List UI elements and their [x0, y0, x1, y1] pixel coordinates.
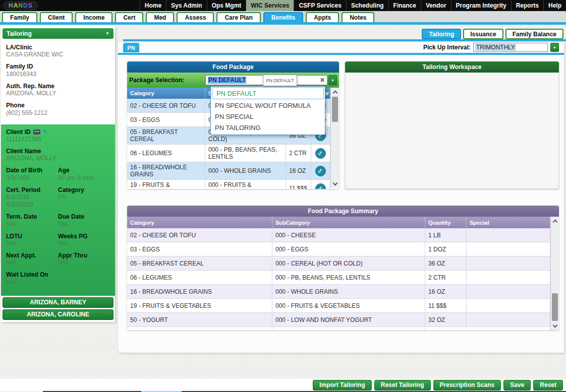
- scroll-up-icon[interactable]: [551, 217, 559, 225]
- tab-care-plan[interactable]: Care Plan: [216, 12, 260, 22]
- menu-item-reports[interactable]: Reports: [511, 0, 543, 11]
- pickup-interval-dropdown-button[interactable]: ▼: [550, 43, 559, 52]
- info-field-appr-thru: Appr ThruN/A: [58, 252, 110, 267]
- field-label: Cert. Period: [6, 186, 56, 193]
- menu-item-scheduling[interactable]: Scheduling: [346, 0, 388, 11]
- menu-item-program-integrity[interactable]: Program Integrity: [451, 0, 511, 11]
- chevron-down-icon: ▼: [105, 31, 109, 36]
- menu-item-finance[interactable]: Finance: [388, 0, 421, 11]
- clear-icon[interactable]: ✕: [320, 77, 325, 84]
- logo-letter: N: [18, 3, 23, 9]
- tab-cert[interactable]: Cert: [115, 12, 143, 22]
- family-member-button-arizona-caroline[interactable]: ARIZONA, CAROLINE: [3, 309, 114, 320]
- cell-special: [467, 242, 550, 256]
- tab-notes[interactable]: Notes: [342, 12, 374, 22]
- field-value: N/A: [6, 259, 56, 267]
- tab-assess[interactable]: Assess: [177, 12, 214, 22]
- cell-special: [467, 256, 550, 270]
- cell-special: [467, 285, 550, 298]
- field-label: Wait Listed On: [6, 271, 108, 278]
- food-package-scrollbar[interactable]: [330, 88, 339, 188]
- menu-item-sys-admin[interactable]: Sys Admin: [166, 0, 207, 11]
- menu-item-help[interactable]: Help: [543, 0, 566, 11]
- scroll-down-icon[interactable]: [331, 180, 339, 188]
- cell-category: 50 - YOGURT: [127, 313, 272, 326]
- scroll-down-icon[interactable]: [551, 322, 559, 330]
- view-button-issuance[interactable]: Issuance: [463, 29, 503, 39]
- cell-quantity: 1 LB: [425, 228, 467, 242]
- info-pair-row: Term. DateN/ADue DateN/A: [6, 213, 110, 228]
- footer-button-reset-tailoring[interactable]: Reset Tailoring: [374, 380, 431, 390]
- scrollbar-thumb[interactable]: [332, 97, 338, 122]
- menu-item-home[interactable]: Home: [140, 0, 166, 11]
- summary-scrollbar[interactable]: [550, 217, 559, 330]
- scrollbar-thumb[interactable]: [552, 293, 558, 321]
- client-category-tab[interactable]: PN: [123, 43, 139, 52]
- info-field-age: Age20 yrs, 5 mos: [58, 167, 110, 181]
- dropdown-option-pn-special[interactable]: PN SPECIAL: [211, 111, 325, 122]
- footer-button-import-tailoring[interactable]: Import Tailoring: [313, 380, 371, 390]
- tailor-button[interactable]: ✂: [315, 166, 326, 176]
- package-selection-dropdown-button[interactable]: ▼: [328, 75, 337, 85]
- cell-subcategory: 000 - LOW AND NONFAT YOGURT: [272, 313, 425, 326]
- scissors-icon: ✂: [317, 149, 325, 157]
- field-value: (602) 555-1212: [6, 109, 110, 117]
- menu-item-csfp-services[interactable]: CSFP Services: [294, 0, 346, 11]
- pickup-interval-value: TRIMONTHLY: [475, 44, 516, 51]
- sidebar-section-dropdown[interactable]: Tailoring ▼: [3, 28, 114, 39]
- cell-empty: [425, 327, 467, 330]
- cell-quantity: 1 DOZ: [425, 242, 467, 256]
- dropdown-option-pn-tailoring[interactable]: PN TAILORING: [211, 122, 325, 133]
- footer-button-prescription-scans[interactable]: Prescription Scans: [433, 380, 501, 390]
- food-package-summary-title: Food Package Summary: [127, 206, 559, 217]
- cell-category: 03 - EGGS: [127, 242, 272, 256]
- menu-item-ops-mgmt[interactable]: Ops Mgmt: [207, 0, 246, 11]
- logo-letter: H: [9, 3, 13, 9]
- pickup-interval-input[interactable]: TRIMONTHLY: [473, 43, 548, 52]
- info-pair-row: LDTUN/AWeeks PGN/A: [6, 233, 110, 247]
- scroll-up-icon[interactable]: [331, 88, 339, 96]
- family-member-button-arizona-barney[interactable]: ARIZONA, BARNEY: [3, 297, 114, 308]
- tailor-button[interactable]: ✂: [315, 183, 326, 189]
- client-name-value: ARIZONA, MOLLY: [6, 155, 110, 162]
- info-pair-row: Wait Listed OnN/A: [6, 271, 110, 286]
- info-field-auth-rep-name: Auth. Rep. NameARIZONA, MOLLY: [6, 83, 110, 97]
- menu-item-wic-services[interactable]: WIC Services: [246, 0, 294, 11]
- view-button-tailoring[interactable]: Tailoring: [422, 29, 461, 39]
- cell-category: 06 - LEGUMES: [127, 271, 272, 284]
- cell-category: 16 - BREAD/WHOLE GRAINS: [127, 162, 205, 179]
- tab-appts[interactable]: Appts: [306, 12, 339, 22]
- dropdown-option-pn-default[interactable]: PN DEFAULT: [212, 87, 324, 99]
- view-button-family-balance[interactable]: Family Balance: [505, 29, 563, 39]
- hands-logo: HANDS: [3, 1, 38, 10]
- field-label: LA/Clinic: [6, 44, 110, 51]
- sidebar-section-label: Tailoring: [7, 30, 32, 37]
- logo-letter: D: [23, 3, 28, 9]
- summary-row: 06 - LEGUMES000 - PB, BEANS, PEAS, LENTI…: [127, 271, 559, 285]
- field-value: N/A: [58, 221, 108, 228]
- cell-empty: [272, 327, 425, 330]
- info-field-category: CategoryPN: [58, 186, 110, 209]
- edit-pencil-icon[interactable]: ✎: [43, 129, 47, 135]
- cell-subcategory: 000 - WHOLE GRAINS: [272, 285, 425, 298]
- dropdown-option-pn-special-w-out-formula[interactable]: PN SPECIAL W/OUT FORMULA: [211, 100, 325, 111]
- footer-button-reset[interactable]: Reset: [533, 380, 563, 390]
- app-window: HANDS HomeSys AdminOps MgmtWIC ServicesC…: [0, 0, 566, 392]
- tab-family[interactable]: Family: [2, 12, 37, 22]
- cell-quantity: 2 CTR: [286, 145, 311, 162]
- tab-benefits[interactable]: Benefits: [263, 12, 303, 22]
- column-header-subcategory: SubCategory: [272, 217, 425, 228]
- tailoring-workspace-panel: Tailoring Workspace: [345, 61, 559, 189]
- package-selection-value: PN DEFAULT: [208, 77, 246, 84]
- id-card-icon[interactable]: [33, 129, 40, 135]
- field-value: N/A: [6, 221, 56, 228]
- menu-item-vendor[interactable]: Vendor: [421, 0, 451, 11]
- top-menu: HomeSys AdminOps MgmtWIC ServicesCSFP Se…: [140, 0, 566, 11]
- tab-income[interactable]: Income: [75, 12, 112, 22]
- tab-client[interactable]: Client: [40, 12, 73, 22]
- cell-subcategory: 000 - PB, BEANS, PEAS, LENTILS: [205, 145, 286, 162]
- tab-med[interactable]: Med: [146, 12, 174, 22]
- tailor-button[interactable]: ✂: [315, 148, 326, 159]
- footer-button-save[interactable]: Save: [503, 380, 531, 390]
- field-value: N/A: [58, 240, 108, 247]
